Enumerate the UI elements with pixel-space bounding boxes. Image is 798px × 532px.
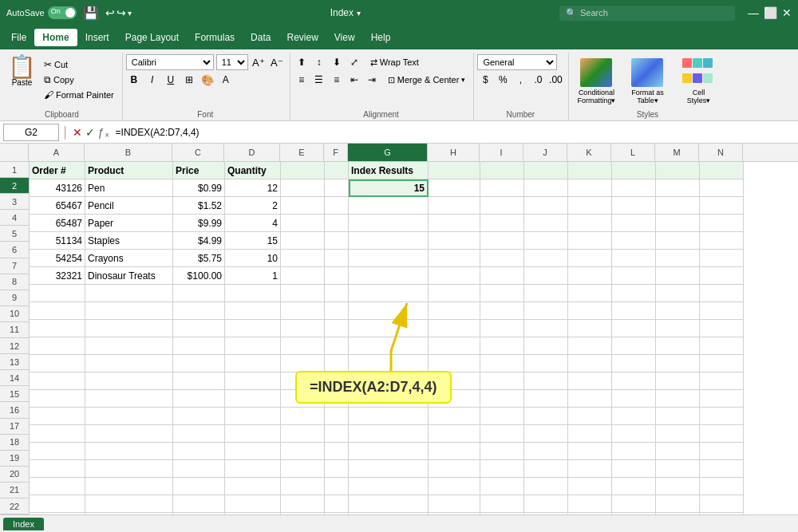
cell-J5[interactable] <box>524 232 568 250</box>
cell-I1[interactable] <box>480 162 524 179</box>
cell-M6[interactable] <box>656 250 700 267</box>
cell-B3[interactable]: Pencil <box>85 197 173 215</box>
cell-J10[interactable] <box>524 320 568 337</box>
cell-N20[interactable] <box>700 495 744 513</box>
increase-indent-button[interactable]: ⇥ <box>364 72 380 88</box>
cell-F18[interactable] <box>325 460 349 478</box>
row-header-16[interactable]: 16 <box>0 402 29 418</box>
cell-I9[interactable] <box>480 302 524 320</box>
cell-F15[interactable] <box>325 408 349 425</box>
cell-B1[interactable]: Product <box>85 162 173 179</box>
cell-F20[interactable] <box>325 495 349 513</box>
col-header-F[interactable]: F <box>324 144 348 161</box>
cell-E9[interactable] <box>281 302 325 320</box>
cell-F10[interactable] <box>325 320 349 337</box>
close-button[interactable]: ✕ <box>782 6 792 19</box>
cell-A18[interactable] <box>30 460 85 478</box>
cell-G11[interactable] <box>349 337 429 355</box>
cell-G16[interactable] <box>349 425 429 443</box>
cell-G12[interactable] <box>349 355 429 372</box>
cell-H10[interactable] <box>429 320 480 337</box>
cell-B12[interactable] <box>85 355 173 372</box>
cell-N4[interactable] <box>700 215 744 232</box>
cell-F13[interactable] <box>325 372 349 390</box>
title-dropdown-icon[interactable]: ▾ <box>357 9 361 18</box>
cell-A14[interactable] <box>30 390 85 408</box>
cell-M18[interactable] <box>656 460 700 478</box>
menu-help[interactable]: Help <box>363 29 399 46</box>
cell-F4[interactable] <box>325 215 349 232</box>
menu-insert[interactable]: Insert <box>77 29 117 46</box>
cell-G7[interactable] <box>349 267 429 285</box>
cell-E2[interactable] <box>281 179 325 197</box>
cell-N21[interactable] <box>700 513 744 514</box>
decrease-decimal-button[interactable]: .0 <box>530 72 546 88</box>
cell-I21[interactable] <box>480 513 524 514</box>
cell-K10[interactable] <box>568 320 612 337</box>
row-header-12[interactable]: 12 <box>0 338 29 354</box>
cell-D13[interactable] <box>225 372 281 390</box>
cell-D8[interactable] <box>225 285 281 302</box>
cell-F12[interactable] <box>325 355 349 372</box>
cell-J9[interactable] <box>524 302 568 320</box>
cell-A17[interactable] <box>30 443 85 460</box>
cell-D3[interactable]: 2 <box>225 197 281 215</box>
cell-N18[interactable] <box>700 460 744 478</box>
cell-D16[interactable] <box>225 425 281 443</box>
col-header-K[interactable]: K <box>567 144 611 161</box>
increase-decimal-button[interactable]: .00 <box>547 72 563 88</box>
sheet-tab-index[interactable]: Index <box>3 518 44 530</box>
row-header-1[interactable]: 1 <box>0 162 29 178</box>
cell-G1[interactable]: Index Results <box>349 162 429 179</box>
cell-L12[interactable] <box>612 355 656 372</box>
cell-A16[interactable] <box>30 425 85 443</box>
cell-I5[interactable] <box>480 232 524 250</box>
cell-K19[interactable] <box>568 478 612 495</box>
cell-D1[interactable]: Quantity <box>225 162 281 179</box>
row-header-22[interactable]: 22 <box>0 499 29 514</box>
menu-view[interactable]: View <box>326 29 363 46</box>
cell-H16[interactable] <box>429 425 480 443</box>
row-header-5[interactable]: 5 <box>0 226 29 242</box>
cell-A21[interactable] <box>30 513 85 514</box>
cell-E20[interactable] <box>281 495 325 513</box>
font-color-button[interactable]: A <box>218 72 234 88</box>
menu-file[interactable]: File <box>3 29 34 46</box>
cell-C3[interactable]: $1.52 <box>173 197 225 215</box>
cell-G3[interactable] <box>349 197 429 215</box>
cell-J17[interactable] <box>524 443 568 460</box>
cell-H13[interactable] <box>429 372 480 390</box>
cell-N12[interactable] <box>700 355 744 372</box>
cell-B8[interactable] <box>85 285 173 302</box>
redo-button[interactable]: ↪ <box>117 6 126 19</box>
search-input[interactable] <box>580 8 724 18</box>
save-icon[interactable]: 💾 <box>83 6 99 21</box>
cell-N16[interactable] <box>700 425 744 443</box>
cell-G19[interactable] <box>349 478 429 495</box>
row-header-6[interactable]: 6 <box>0 242 29 258</box>
cell-D4[interactable]: 4 <box>225 215 281 232</box>
maximize-button[interactable]: ⬜ <box>764 6 777 19</box>
conditional-formatting-button[interactable]: ConditionalFormatting▾ <box>572 57 620 106</box>
cell-C4[interactable]: $9.99 <box>173 215 225 232</box>
cell-K1[interactable] <box>568 162 612 179</box>
cell-I12[interactable] <box>480 355 524 372</box>
cell-L2[interactable] <box>612 179 656 197</box>
cell-B15[interactable] <box>85 408 173 425</box>
cell-L20[interactable] <box>612 495 656 513</box>
cell-A20[interactable] <box>30 495 85 513</box>
cell-C20[interactable] <box>173 495 225 513</box>
align-top-button[interactable]: ⬆ <box>294 54 310 70</box>
cell-E5[interactable] <box>281 232 325 250</box>
menu-page-layout[interactable]: Page Layout <box>117 29 187 46</box>
cell-K16[interactable] <box>568 425 612 443</box>
cell-C17[interactable] <box>173 443 225 460</box>
cell-I8[interactable] <box>480 285 524 302</box>
col-header-N[interactable]: N <box>699 144 743 161</box>
col-header-D[interactable]: D <box>224 144 280 161</box>
format-painter-button[interactable]: 🖌 Format Painter <box>41 88 117 102</box>
confirm-formula-icon[interactable]: ✓ <box>85 126 95 139</box>
cell-L16[interactable] <box>612 425 656 443</box>
cell-J6[interactable] <box>524 250 568 267</box>
cell-I13[interactable] <box>480 372 524 390</box>
